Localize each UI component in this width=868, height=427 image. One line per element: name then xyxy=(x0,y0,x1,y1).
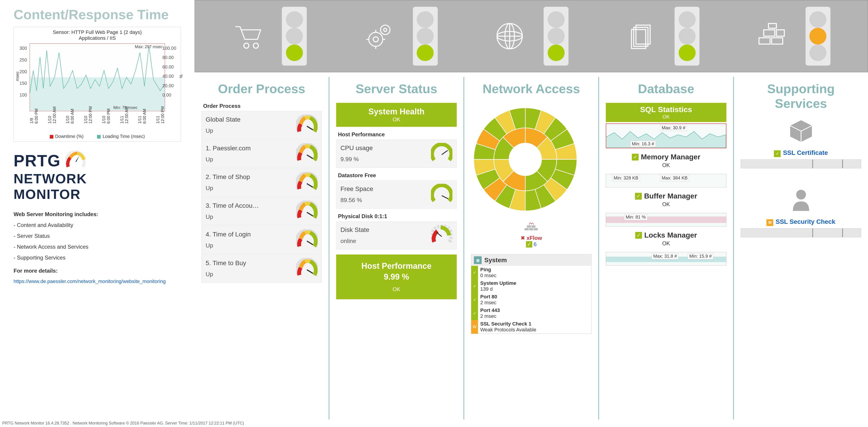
svg-rect-20 xyxy=(772,38,783,44)
header-supporting[interactable] xyxy=(756,7,831,66)
traffic-light-icon xyxy=(806,7,831,66)
chart-x-axis: 1/96:00 PM1/1012:00 AM1/106:00 AM1/1012:… xyxy=(16,113,179,125)
svg-rect-23 xyxy=(769,24,776,28)
globe-icon xyxy=(494,20,526,52)
more-details-link[interactable]: https://www.de.paessler.com/network_moni… xyxy=(13,278,181,284)
svg-point-2 xyxy=(253,43,258,48)
pages-icon xyxy=(625,20,656,52)
bricks-icon xyxy=(756,20,787,52)
gears-icon xyxy=(363,20,395,52)
svg-line-26 xyxy=(307,184,313,187)
section-network-access: Network Access ✖ xFlow ✓6 ▦ System xyxy=(464,77,599,420)
system-panel: ▦ System ✓Ping0 msec✓System Uptime139 d✓… xyxy=(471,254,592,334)
ssl-security-check-item[interactable]: WSSL Security Check xyxy=(741,187,861,237)
svg-rect-37 xyxy=(527,225,531,228)
svg-point-43 xyxy=(796,190,806,199)
svg-point-3 xyxy=(369,32,383,46)
svg-point-4 xyxy=(373,37,378,42)
order-item[interactable]: Global StateUp xyxy=(202,111,322,139)
svg-line-28 xyxy=(307,241,313,244)
traffic-light-icon xyxy=(413,7,438,66)
svg-line-24 xyxy=(307,126,313,130)
person-icon xyxy=(787,187,815,214)
svg-rect-34 xyxy=(525,228,529,230)
db-item-memory[interactable]: ✓Memory Manager OK xyxy=(606,153,726,168)
order-item[interactable]: 1. Paessler.comUp xyxy=(202,140,322,168)
device-icon: ▦ xyxy=(474,256,482,264)
db-strip-3[interactable]: Min: 81 % xyxy=(606,213,726,227)
order-item[interactable]: 4. Time of LoginUp xyxy=(202,226,322,254)
db-strip-2[interactable]: Min: 328 KB Max: 384 KB xyxy=(606,174,726,187)
svg-line-25 xyxy=(307,155,313,159)
svg-rect-19 xyxy=(759,38,770,44)
svg-point-5 xyxy=(380,25,390,35)
order-item[interactable]: 5. Time to BuyUp xyxy=(202,255,322,283)
status-header xyxy=(194,0,868,72)
xflow-link[interactable]: ✖ xFlow ✓6 xyxy=(471,235,592,248)
chart-y-right: 100.0080.0060.0040.0020.000.00 xyxy=(162,46,176,98)
free-space-row[interactable]: Free Space89.56 % xyxy=(336,180,457,209)
traffic-light-icon xyxy=(282,7,307,66)
footer-text: PRTG Network Monitor 16.4.28.7352 . Netw… xyxy=(0,420,868,427)
db-strip-1[interactable]: Max: 30.9 # Min: 16.3 # xyxy=(606,124,726,148)
content-response-title: Content/Response Time xyxy=(13,7,181,22)
section-order-process: Order Process Order Process Global State… xyxy=(194,77,329,420)
cpu-usage-row[interactable]: CPU usage9.99 % xyxy=(336,139,457,168)
svg-rect-22 xyxy=(776,30,784,36)
section-server-status: Server Status System Health OK Host Perf… xyxy=(329,77,464,420)
info-heading: Web Server Monitoring includes: xyxy=(13,211,181,218)
firewall-icon xyxy=(525,221,538,233)
prtg-logo: PRTG NETWORK MONITOR xyxy=(13,151,181,202)
order-item[interactable]: 3. Time of Accou…Up xyxy=(202,197,322,225)
host-performance-summary[interactable]: Host Performance 9.99 % OK xyxy=(336,255,457,299)
svg-line-27 xyxy=(307,212,313,216)
section-supporting: Supporting Services ✓SSL Certificate WSS… xyxy=(734,77,868,420)
section-database: Database SQL Statistics OK Max: 30.9 # M… xyxy=(599,77,734,420)
svg-line-32 xyxy=(436,232,442,236)
db-strip-4[interactable]: Max: 31.8 # Min: 15.9 # xyxy=(606,252,726,266)
response-time-chart[interactable]: Sensor: HTTP Full Web Page 1 (2 days) Ap… xyxy=(13,27,181,141)
svg-rect-36 xyxy=(534,228,538,230)
system-row[interactable]: ✓Ping0 msec xyxy=(471,266,591,280)
header-order[interactable] xyxy=(232,7,307,66)
header-network[interactable] xyxy=(494,7,568,66)
system-row[interactable]: ✓System Uptime139 d xyxy=(471,280,591,293)
svg-point-6 xyxy=(384,28,387,31)
traffic-light-icon xyxy=(675,7,700,66)
system-row[interactable]: ✓Port 802 msec xyxy=(471,293,591,306)
svg-rect-35 xyxy=(529,228,533,230)
svg-point-1 xyxy=(244,43,249,48)
svg-rect-38 xyxy=(531,225,535,228)
box-icon xyxy=(787,118,815,145)
header-database[interactable] xyxy=(625,7,700,66)
traffic-light-icon xyxy=(544,7,568,66)
svg-line-30 xyxy=(442,150,448,155)
system-health-badge[interactable]: System Health OK xyxy=(336,103,457,127)
svg-marker-0 xyxy=(75,156,80,162)
disk-state-row[interactable]: Disk Stateonline xyxy=(336,221,457,250)
db-item-buffer[interactable]: ✓Buffer Manager OK xyxy=(606,192,726,207)
left-sidebar: Content/Response Time Sensor: HTTP Full … xyxy=(0,0,194,420)
db-item-locks[interactable]: ✓Locks Manager OK xyxy=(606,231,726,247)
ssl-certificate-item[interactable]: ✓SSL Certificate xyxy=(741,118,861,168)
sql-statistics-head[interactable]: SQL Statistics OK xyxy=(606,103,726,122)
svg-rect-21 xyxy=(764,30,775,36)
system-row[interactable]: WSSL Security Check 1Weak Protocols Avai… xyxy=(471,320,591,334)
svg-line-29 xyxy=(307,270,313,273)
svg-line-31 xyxy=(442,196,448,199)
network-sunburst[interactable] xyxy=(471,105,580,214)
header-server[interactable] xyxy=(363,7,438,66)
chart-y-left: 300250200150100 xyxy=(20,46,27,98)
system-row[interactable]: ✓Port 4432 msec xyxy=(471,306,591,320)
cart-icon xyxy=(232,20,264,52)
order-item[interactable]: 2. Time of ShopUp xyxy=(202,168,322,197)
